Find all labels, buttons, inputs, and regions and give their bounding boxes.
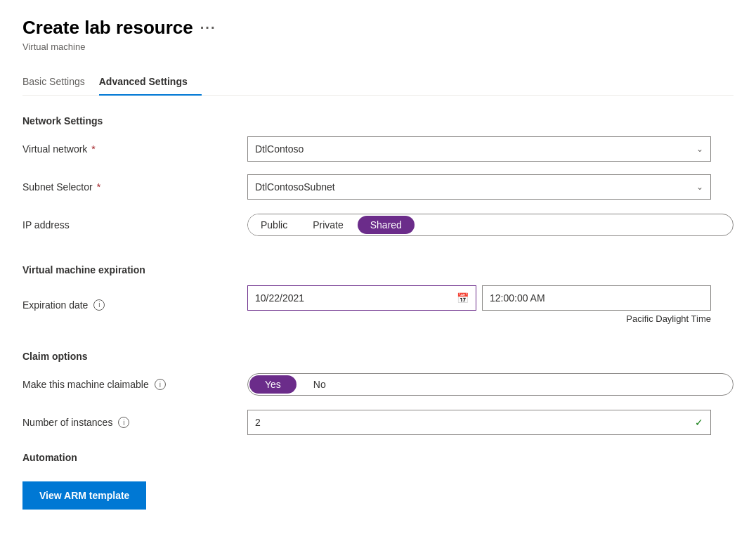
subnet-selector-value: DtlContosoSubnet: [255, 181, 335, 193]
date-input[interactable]: 10/22/2021 📅: [247, 285, 476, 311]
tab-advanced[interactable]: Advanced Settings: [99, 69, 202, 96]
virtual-network-value: DtlContoso: [255, 143, 304, 155]
vm-expiration-section: Virtual machine expiration Expiration da…: [22, 264, 734, 324]
instances-label: Number of instances i: [22, 417, 247, 428]
info-icon-instances[interactable]: i: [118, 417, 129, 428]
ip-private-option[interactable]: Private: [300, 214, 356, 235]
claimable-control: Yes No: [247, 373, 734, 396]
instances-input[interactable]: 2 ✓: [247, 410, 711, 435]
subnet-selector-control: DtlContosoSubnet ⌄: [247, 174, 734, 200]
ip-address-control: Public Private Shared: [247, 214, 734, 236]
required-star-subnet: *: [97, 181, 100, 193]
ip-address-label: IP address: [22, 219, 247, 231]
ip-shared-option[interactable]: Shared: [358, 216, 415, 234]
automation-section: Automation View ARM template: [22, 452, 734, 510]
network-settings-section: Network Settings Virtual network * DtlCo…: [22, 115, 734, 238]
required-star: *: [91, 143, 95, 155]
claimable-no-option[interactable]: No: [298, 374, 341, 395]
instances-control: 2 ✓: [247, 410, 734, 435]
claimable-toggle-group: Yes No: [247, 373, 734, 396]
more-options-button[interactable]: ···: [200, 20, 216, 36]
subnet-selector-row: Subnet Selector * DtlContosoSubnet ⌄: [22, 174, 734, 200]
instances-row: Number of instances i 2 ✓: [22, 410, 734, 435]
view-arm-template-button[interactable]: View ARM template: [22, 481, 146, 510]
chevron-down-icon: ⌄: [696, 144, 703, 154]
time-value: 12:00:00 AM: [490, 292, 545, 304]
page-subtitle: Virtual machine: [22, 41, 734, 52]
expiration-date-label: Expiration date i: [22, 299, 247, 311]
subnet-selector-label: Subnet Selector *: [22, 181, 247, 193]
timezone-text: Pacific Daylight Time: [247, 313, 711, 324]
instances-value: 2: [255, 417, 261, 428]
calendar-icon: 📅: [457, 292, 469, 304]
virtual-network-row: Virtual network * DtlContoso ⌄: [22, 136, 734, 162]
tab-bar: Basic Settings Advanced Settings: [22, 69, 734, 96]
expiration-date-row: Expiration date i 10/22/2021 📅 12:00:00 …: [22, 285, 734, 324]
ip-public-option[interactable]: Public: [248, 214, 300, 235]
virtual-network-label: Virtual network *: [22, 143, 247, 155]
tab-basic[interactable]: Basic Settings: [22, 69, 99, 96]
claim-options-title: Claim options: [22, 351, 734, 362]
page-title: Create lab resource: [22, 17, 193, 39]
date-value: 10/22/2021: [255, 292, 304, 304]
ip-address-toggle-group: Public Private Shared: [247, 214, 734, 236]
vm-expiration-title: Virtual machine expiration: [22, 264, 734, 276]
date-time-row: 10/22/2021 📅 12:00:00 AM: [247, 285, 711, 311]
claimable-yes-option[interactable]: Yes: [249, 375, 296, 394]
claimable-label: Make this machine claimable i: [22, 379, 247, 390]
check-icon: ✓: [695, 417, 703, 428]
virtual-network-control: DtlContoso ⌄: [247, 136, 734, 162]
info-icon-claimable[interactable]: i: [155, 379, 166, 390]
network-settings-title: Network Settings: [22, 115, 734, 127]
claimable-row: Make this machine claimable i Yes No: [22, 372, 734, 397]
info-icon-expiration[interactable]: i: [93, 299, 105, 311]
automation-title: Automation: [22, 452, 734, 463]
page-header: Create lab resource ··· Virtual machine: [22, 17, 734, 52]
claim-options-section: Claim options Make this machine claimabl…: [22, 351, 734, 435]
chevron-down-icon-subnet: ⌄: [696, 182, 703, 192]
virtual-network-dropdown[interactable]: DtlContoso ⌄: [247, 136, 711, 162]
time-input[interactable]: 12:00:00 AM: [482, 285, 711, 311]
ip-address-row: IP address Public Private Shared: [22, 212, 734, 238]
subnet-selector-dropdown[interactable]: DtlContosoSubnet ⌄: [247, 174, 711, 200]
expiration-date-control: 10/22/2021 📅 12:00:00 AM Pacific Dayligh…: [247, 285, 734, 324]
